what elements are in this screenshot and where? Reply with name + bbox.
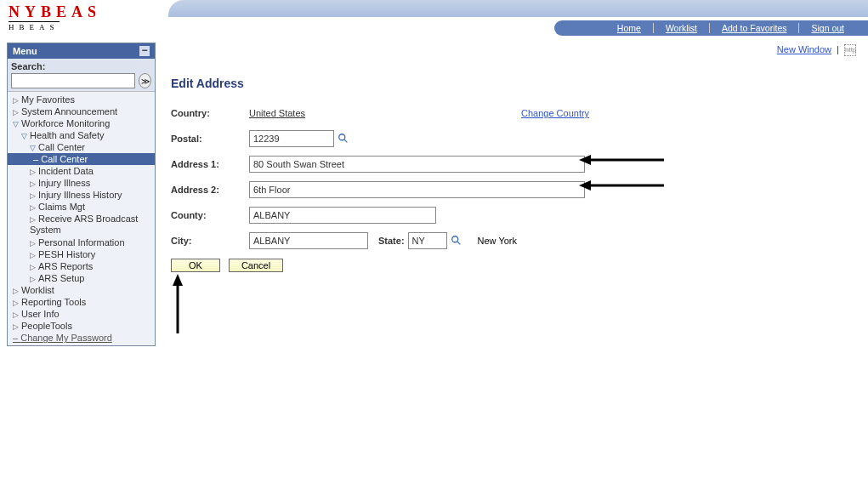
label-address1: Address 1: — [171, 159, 249, 169]
nav-injury-history[interactable]: ▷Injury Illness History — [8, 189, 155, 201]
svg-point-2 — [451, 236, 457, 242]
logo-sub: HBEAS — [9, 21, 60, 31]
separator: | — [834, 44, 842, 54]
header-nav: Home Worklist Add to Favorites Sign out — [554, 20, 868, 36]
nav-favorites[interactable]: Add to Favorites — [709, 23, 798, 33]
nav-call-center[interactable]: ▽Call Center — [8, 141, 155, 153]
nav-worklist[interactable]: Worklist — [653, 23, 709, 33]
search-label: Search: — [11, 61, 151, 71]
search-go-button[interactable]: ≫ — [139, 73, 151, 88]
new-window-link[interactable]: New Window — [777, 44, 831, 54]
nav-workforce-monitoring[interactable]: ▽Workforce Monitoring — [8, 117, 155, 129]
nav-user-info[interactable]: ▷User Info — [8, 308, 155, 320]
button-row: OK Cancel — [171, 259, 853, 272]
sidebar: Menu − Search: ≫ ▷My Favorites ▷System A… — [7, 43, 156, 346]
nav-peopletools[interactable]: ▷PeopleTools — [8, 320, 155, 332]
ok-button[interactable]: OK — [171, 259, 220, 272]
state-name: New York — [478, 236, 517, 246]
cancel-button[interactable]: Cancel — [229, 259, 283, 272]
row-postal: Postal: — [171, 129, 853, 148]
label-country: Country: — [171, 108, 249, 118]
nav-pesh-history[interactable]: ▷PESH History — [8, 248, 155, 260]
nav-system-announcement[interactable]: ▷System Announcement — [8, 105, 155, 117]
postal-input[interactable] — [249, 130, 334, 147]
label-city: City: — [171, 236, 249, 246]
menu-collapse-icon[interactable]: − — [139, 46, 150, 56]
label-county: County: — [171, 210, 249, 220]
nav-signout[interactable]: Sign out — [798, 23, 856, 33]
state-lookup-icon[interactable] — [451, 235, 462, 247]
nav-personal-info[interactable]: ▷Personal Information — [8, 236, 155, 248]
annotation-arrow-address1 — [579, 153, 664, 168]
menu-title: Menu — [13, 46, 37, 56]
nav-ars-broadcast[interactable]: ▷Receive ARS Broadcast System — [8, 213, 155, 236]
change-country-link[interactable]: Change Country — [521, 108, 589, 118]
content-area: New Window | http Edit Address Country: … — [156, 36, 868, 346]
nav-home[interactable]: Home — [605, 23, 653, 33]
nav-worklist[interactable]: ▷Worklist — [8, 284, 155, 296]
svg-point-0 — [339, 134, 345, 140]
row-address1: Address 1: — [171, 155, 853, 174]
nav-injury-illness[interactable]: ▷Injury Illness — [8, 177, 155, 189]
postal-lookup-icon[interactable] — [338, 133, 349, 145]
address1-input[interactable] — [249, 156, 585, 173]
annotation-arrow-address2 — [579, 179, 664, 194]
menu-header: Menu − — [8, 43, 155, 59]
logo-main: NYBEAS — [9, 3, 143, 21]
state-input[interactable] — [408, 232, 447, 249]
nav-reporting-tools[interactable]: ▷Reporting Tools — [8, 296, 155, 308]
nav-claims-mgt[interactable]: ▷Claims Mgt — [8, 201, 155, 213]
county-input[interactable] — [249, 207, 436, 224]
svg-line-1 — [344, 139, 348, 143]
svg-marker-9 — [173, 274, 183, 286]
row-county: County: — [171, 206, 853, 225]
svg-marker-7 — [579, 180, 591, 191]
nav-call-center-selected[interactable]: Call Center — [8, 153, 155, 165]
help-icon[interactable]: http — [844, 44, 856, 56]
app-header: NYBEAS HBEAS Home Worklist Add to Favori… — [0, 0, 868, 36]
nav-my-favorites[interactable]: ▷My Favorites — [8, 94, 155, 105]
row-country: Country: United States Change Country — [171, 104, 853, 122]
svg-marker-5 — [579, 155, 591, 165]
search-section: Search: ≫ — [8, 59, 155, 92]
nav-ars-reports[interactable]: ▷ARS Reports — [8, 260, 155, 272]
page-title: Edit Address — [171, 77, 853, 90]
nav-change-password[interactable]: Change My Password — [8, 332, 155, 344]
row-city: City: State: New York — [171, 231, 853, 250]
svg-line-3 — [457, 242, 460, 245]
header-decoration — [168, 0, 868, 17]
value-country: United States — [249, 108, 377, 118]
label-state: State: — [378, 236, 405, 246]
label-address2: Address 2: — [171, 185, 249, 195]
city-input[interactable] — [249, 232, 368, 249]
logo: NYBEAS HBEAS — [0, 0, 151, 33]
address2-input[interactable] — [249, 181, 585, 198]
annotation-arrow-ok — [171, 274, 184, 335]
header-bar: Home Worklist Add to Favorites Sign out — [151, 0, 868, 36]
row-address2: Address 2: — [171, 180, 853, 199]
nav-health-safety[interactable]: ▽Health and Safety — [8, 129, 155, 141]
nav-incident-data[interactable]: ▷Incident Data — [8, 165, 155, 177]
search-input[interactable] — [11, 73, 135, 88]
nav-ars-setup[interactable]: ▷ARS Setup — [8, 272, 155, 284]
nav-tree: ▷My Favorites ▷System Announcement ▽Work… — [8, 92, 155, 345]
label-postal: Postal: — [171, 134, 249, 144]
top-links: New Window | http — [777, 44, 856, 56]
